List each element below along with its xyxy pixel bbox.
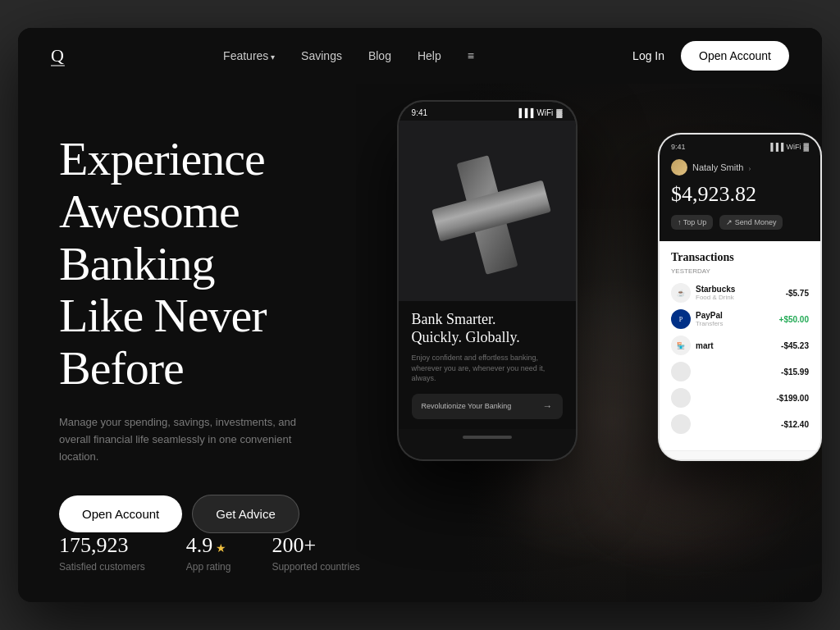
- tx-starbucks-amount: -$5.75: [786, 289, 809, 298]
- phone-main: 9:41 ▐▐▐ WiFi ▓: [397, 100, 578, 461]
- phone-tagline: Bank Smarter. Quickly. Globally.: [412, 311, 563, 346]
- send-money-button[interactable]: ↗ Send Money: [719, 215, 783, 230]
- stat-rating-number: 4.9: [186, 533, 213, 558]
- stat-rating-row: 4.9 ★: [186, 533, 231, 561]
- hero-content: Experience Awesome Banking Like Never Be…: [18, 84, 420, 602]
- phone-main-screen: 9:41 ▐▐▐ WiFi ▓: [399, 102, 576, 459]
- stat-rating: 4.9 ★ App rating: [186, 533, 231, 573]
- tx-starbucks-name: Starbucks: [696, 285, 735, 294]
- hero-buttons: Open Account Get Advice: [59, 495, 387, 533]
- stat-customers-number: 175,923: [59, 533, 145, 558]
- phone2-username: Nataly Smith: [692, 162, 743, 172]
- phone2-actions: ↑ Top Up ↗ Send Money: [671, 215, 809, 230]
- phone-cta-arrow-icon: →: [543, 400, 553, 413]
- open-account-nav-button[interactable]: Open Account: [681, 41, 789, 71]
- login-button[interactable]: Log In: [632, 49, 664, 62]
- stat-countries: 200+ Supported countries: [272, 533, 359, 573]
- phone2-status-bar: 9:41 ▐▐▐ WiFi ▓: [671, 143, 809, 151]
- phone-bottom-content: Bank Smarter. Quickly. Globally. Enjoy c…: [399, 301, 576, 429]
- nav-home-icon[interactable]: ⌂: [686, 458, 694, 461]
- phone-status-icons: ▐▐▐ WiFi ▓: [516, 108, 563, 117]
- nav-cards-icon[interactable]: ▣: [734, 458, 746, 461]
- stat-countries-number: 200+: [272, 533, 359, 558]
- avatar: [671, 159, 687, 176]
- stat-countries-label: Supported countries: [272, 561, 359, 573]
- tx-paypal-cat: Transfers: [696, 320, 724, 327]
- signal-icon: ▐▐▐: [516, 108, 533, 117]
- sub1-icon: [671, 362, 691, 381]
- wifi-icon: WiFi: [536, 108, 553, 117]
- sub3-icon: [671, 414, 691, 434]
- transaction-mart: 🏪 mart -$45.23: [671, 336, 809, 355]
- nav-menu-nav-icon[interactable]: ≡: [787, 458, 794, 461]
- tx-sub2-amount: -$199.00: [777, 394, 809, 403]
- phone2-user-row: Nataly Smith ›: [671, 159, 809, 176]
- phone-status-bar: 9:41 ▐▐▐ WiFi ▓: [399, 102, 576, 121]
- stat-customers-label: Satisfied customers: [59, 561, 145, 573]
- tx-sub3-amount: -$12.40: [781, 420, 809, 429]
- nav-blog[interactable]: Blog: [368, 48, 391, 63]
- battery-icon: ▓: [556, 108, 562, 117]
- transaction-starbucks: ☕ Starbucks Food & Drink -$5.75: [671, 283, 809, 303]
- tx-mart-name: mart: [696, 341, 714, 350]
- open-account-hero-button[interactable]: Open Account: [59, 495, 182, 532]
- transaction-paypal: P PayPal Transfers +$50.00: [671, 309, 809, 329]
- tx-mart-amount: -$45.23: [781, 341, 809, 350]
- browser-window: Q Features Savings Blog Help ≡ Log In Op…: [18, 28, 822, 602]
- nav-help[interactable]: Help: [418, 48, 441, 63]
- phone-home-indicator: [463, 436, 512, 439]
- cross-graphic: [434, 158, 541, 264]
- nav-right: Log In Open Account: [632, 41, 789, 71]
- transaction-sub1: -$15.99: [671, 362, 809, 381]
- star-icon: ★: [216, 541, 226, 555]
- phone-description: Enjoy confident and effortless banking, …: [412, 353, 563, 384]
- phone2-body: Transactions YESTERDAY ☕ Starbucks Food …: [660, 241, 820, 450]
- nav-menu-icon[interactable]: ≡: [468, 48, 474, 63]
- phone-cta: Revolutionize Your Banking →: [412, 394, 563, 419]
- hero-phones: 9:41 ▐▐▐ WiFi ▓: [356, 84, 822, 602]
- phone2-bottom-nav: ⌂ ▣ ≡: [660, 450, 820, 461]
- phone-cta-text: Revolutionize Your Banking: [422, 402, 512, 410]
- tx-sub1-amount: -$15.99: [781, 368, 809, 377]
- nav-savings[interactable]: Savings: [301, 48, 342, 63]
- hero-subtitle: Manage your spending, savings, investmen…: [59, 414, 322, 465]
- nav-features[interactable]: Features: [223, 48, 275, 63]
- tx-starbucks-cat: Food & Drink: [696, 294, 735, 301]
- phone2-time: 9:41: [671, 143, 686, 151]
- stat-customers: 175,923 Satisfied customers: [59, 533, 145, 573]
- transaction-sub3: -$12.40: [671, 414, 809, 434]
- logo[interactable]: Q: [51, 45, 65, 66]
- transactions-title: Transactions: [671, 251, 809, 264]
- nav-links: Features Savings Blog Help ≡: [223, 48, 474, 63]
- hero-text: Experience Awesome Banking Like Never Be…: [59, 116, 387, 533]
- transaction-sub2: -$199.00: [671, 388, 809, 408]
- tx-paypal-name: PayPal: [696, 311, 724, 320]
- phone2-signal: ▐▐▐: [768, 143, 783, 151]
- chevron-icon: ›: [748, 163, 751, 172]
- phone2-battery: ▓: [803, 143, 809, 151]
- tx-paypal-amount: +$50.00: [779, 315, 809, 324]
- sub2-icon: [671, 388, 691, 408]
- stat-rating-label: App rating: [186, 561, 231, 573]
- hero-stats: 175,923 Satisfied customers 4.9 ★ App ra…: [59, 533, 387, 597]
- phone-second: 9:41 ▐▐▐ WiFi ▓ Nataly Smith › $4,923.82: [658, 133, 822, 461]
- paypal-icon: P: [671, 309, 691, 329]
- navbar: Q Features Savings Blog Help ≡ Log In Op…: [18, 28, 822, 84]
- top-up-button[interactable]: ↑ Top Up: [671, 215, 713, 230]
- transactions-date: YESTERDAY: [671, 267, 809, 275]
- phone-time: 9:41: [412, 108, 427, 117]
- mart-icon: 🏪: [671, 336, 691, 355]
- phone2-status-icons: ▐▐▐ WiFi ▓: [768, 143, 809, 151]
- get-advice-button[interactable]: Get Advice: [192, 495, 299, 533]
- phone2-header: 9:41 ▐▐▐ WiFi ▓ Nataly Smith › $4,923.82: [660, 135, 820, 241]
- phone2-wifi: WiFi: [786, 143, 801, 151]
- hero-section: Experience Awesome Banking Like Never Be…: [18, 84, 822, 602]
- phone2-balance: $4,923.82: [671, 182, 809, 207]
- starbucks-icon: ☕: [671, 283, 691, 303]
- phone-graphic: [399, 121, 576, 301]
- hero-title: Experience Awesome Banking Like Never Be…: [59, 133, 387, 395]
